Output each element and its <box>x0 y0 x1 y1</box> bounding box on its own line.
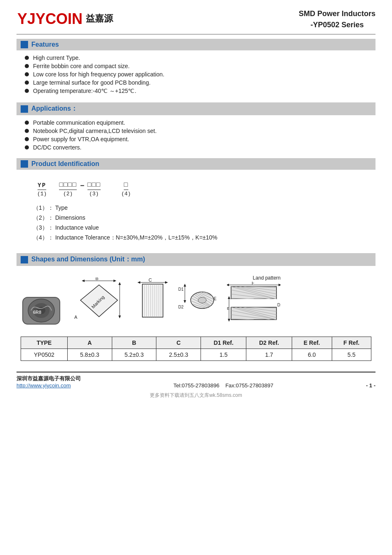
svg-point-46 <box>198 297 206 303</box>
svg-marker-33 <box>184 300 186 303</box>
cell-b: 5.2±0.3 <box>112 349 156 361</box>
list-item: （2）： Dimensions <box>33 214 367 222</box>
product-id-descriptions: （1）： Type （2）： Dimensions （3）： Inductanc… <box>25 204 367 242</box>
pd-part2-top: □□□□ <box>59 181 76 190</box>
svg-marker-32 <box>184 284 186 287</box>
pd-group-1: YP (1) <box>37 182 47 197</box>
list-item: DC/DC converters. <box>25 144 375 151</box>
shapes-content: 6R8 B Marking A <box>17 268 375 363</box>
list-item: Portable communication equipment. <box>25 119 375 126</box>
svg-text:6R8: 6R8 <box>33 310 41 315</box>
logo-cn-text: 益嘉源 <box>86 12 113 25</box>
pd-dash: － <box>78 180 86 197</box>
bullet-dot <box>25 81 29 85</box>
cell-c: 2.5±0.3 <box>156 349 201 361</box>
features-section-header: Features <box>17 39 375 50</box>
svg-rect-64 <box>231 299 276 307</box>
pd-part3-top: □□□ <box>87 181 101 190</box>
svg-text:YJYCOIN: YJYCOIN <box>17 10 83 27</box>
list-item: （4）： Inductance Tolerance：N=±30%,M=±20%，… <box>33 234 367 242</box>
dimensions-table: TYPE A B C D1 Ref. D2 Ref. E Ref. F Ref.… <box>21 337 371 361</box>
svg-text:E: E <box>227 306 229 311</box>
inductor-svg: 6R8 <box>21 291 62 328</box>
table-header-e: E Ref. <box>292 337 332 349</box>
rhombus-svg: B Marking A <box>70 278 128 327</box>
applications-section-header: Applications： <box>17 102 375 115</box>
footer-contact: Tel:0755-27803896 Fax:0755-27803897 <box>173 382 273 389</box>
svg-text:D2: D2 <box>178 305 184 309</box>
svg-marker-19 <box>165 281 168 284</box>
logo-area: YJYCOIN 益嘉源 <box>17 8 113 29</box>
bullet-dot <box>25 89 29 93</box>
cell-d1: 1.5 <box>201 349 246 361</box>
land-pattern-label: Land pattern <box>227 275 281 281</box>
pd-part1-label: (1) <box>37 191 47 197</box>
logo-icon: YJYCOIN <box>17 8 83 29</box>
bullet-dot <box>25 64 29 68</box>
svg-text:A: A <box>74 315 78 320</box>
svg-text:F: F <box>252 282 254 285</box>
pd-group-3: □□□ (3) <box>87 181 101 197</box>
product-id-content: YP (1) □□□□ (2) － □□□ (3) □ (4) （1）： Typ… <box>17 172 375 249</box>
table-header-d2: D2 Ref. <box>246 337 292 349</box>
pd-part2-label: (2) <box>63 191 73 197</box>
inductor-image: 6R8 <box>21 291 62 328</box>
cell-d2: 1.7 <box>246 349 292 361</box>
list-item: Notebook PC,digital carmera,LCD televisi… <box>25 128 375 134</box>
pd-part4-top: □ <box>124 181 128 190</box>
svg-marker-66 <box>228 296 230 299</box>
svg-marker-8 <box>113 280 116 282</box>
bullet-dot <box>25 145 29 149</box>
product-id-title: Product Identification <box>31 160 99 168</box>
bullet-dot <box>25 56 29 60</box>
title-line1: SMD Power Inductors <box>299 8 375 19</box>
applications-title: Applications： <box>31 104 78 113</box>
list-item: Ferrite bobbin core and compact size. <box>25 63 375 69</box>
land-pattern-shape: Land pattern F <box>227 275 281 328</box>
rhombus-shape: B Marking A <box>70 278 128 328</box>
page-header: YJYCOIN 益嘉源 SMD Power Inductors -YP0502 … <box>17 8 375 35</box>
side-view-svg: D1 <box>177 278 219 327</box>
features-title: Features <box>31 41 59 48</box>
svg-marker-15 <box>118 315 121 318</box>
cross-section-shape: C <box>136 278 169 328</box>
features-icon <box>21 41 28 48</box>
svg-marker-51 <box>279 284 281 286</box>
side-view-shape: D1 <box>177 278 219 328</box>
svg-marker-18 <box>137 281 140 284</box>
cell-type: YP0502 <box>21 349 68 361</box>
pd-group-2: □□□□ (2) <box>59 181 76 197</box>
page-footer: 深圳市益嘉源电子有限公司 http://www.yjycoin.com Tel:… <box>17 372 375 389</box>
table-row: YP0502 5.8±0.3 5.2±0.3 2.5±0.3 1.5 1.7 6… <box>21 349 371 361</box>
bullet-dot <box>25 137 29 141</box>
product-id-icon <box>21 160 28 168</box>
svg-marker-50 <box>227 284 229 286</box>
list-item: Power supply for VTR,OA equipment. <box>25 136 375 142</box>
table-header-a: A <box>67 337 112 349</box>
footer-fax: Fax:0755-27803897 <box>225 382 273 389</box>
svg-marker-7 <box>82 280 85 282</box>
footer-tel: Tel:0755-27803896 <box>173 382 219 389</box>
list-item: （3）： Inductance value <box>33 224 367 232</box>
product-id-section-header: Product Identification <box>17 158 375 170</box>
svg-text:E: E <box>214 296 217 301</box>
applications-list: Portable communication equipment. Notebo… <box>17 118 375 154</box>
title-line2: -YP0502 Series <box>299 19 375 31</box>
svg-marker-14 <box>118 282 121 285</box>
cross-section-svg: C <box>136 278 169 327</box>
bullet-dot <box>25 129 29 133</box>
bullet-dot <box>25 72 29 76</box>
footer-page-number: - 1 - <box>366 382 375 389</box>
table-header-d1: D1 Ref. <box>201 337 246 349</box>
table-header-f: F Ref. <box>332 337 371 349</box>
land-pattern-svg: F <box>227 282 281 327</box>
cell-a: 5.8±0.3 <box>67 349 112 361</box>
company-website[interactable]: http://www.yjycoin.com <box>17 382 71 389</box>
cell-f: 5.5 <box>332 349 371 361</box>
list-item: Large terminal surface for good PCB bond… <box>25 79 375 86</box>
shapes-icon <box>21 256 28 263</box>
svg-text:C: C <box>149 278 152 282</box>
pd-part3-label: (3) <box>89 191 99 197</box>
features-list: High current Type. Ferrite bobbin core a… <box>17 53 375 98</box>
applications-icon <box>21 105 28 113</box>
